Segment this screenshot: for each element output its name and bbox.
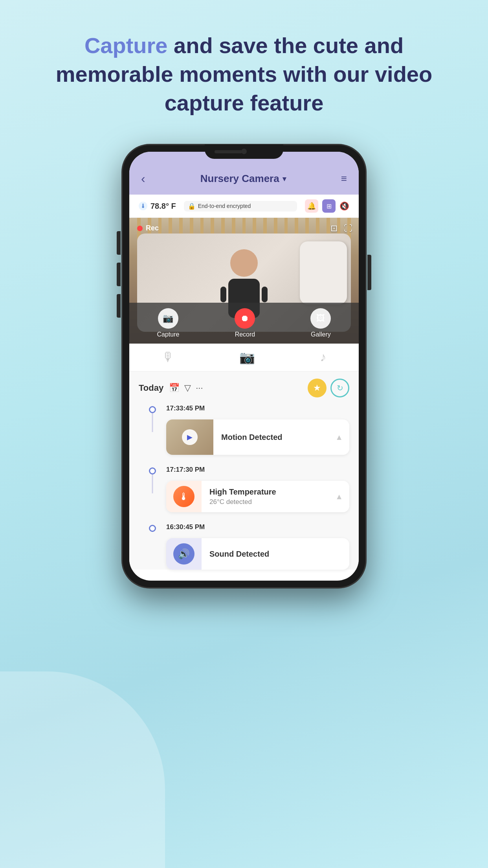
event-title-temperature: High Temperature — [209, 487, 327, 497]
event-subtitle-temperature: 26°C detected — [209, 498, 327, 506]
lock-icon: 🔒 — [188, 202, 196, 210]
event-card-sound[interactable]: 🔊 Sound Detected — [166, 538, 349, 570]
timeline-list: 17:33:45 PM ▶ Motion Detected ▲ — [139, 405, 349, 570]
tab-music[interactable]: ♪ — [320, 350, 326, 365]
camera-name-label: Nursery Camera — [200, 173, 279, 185]
record-label: Record — [235, 331, 255, 338]
chevron-down-icon[interactable]: ▾ — [283, 175, 286, 183]
timeline-dot — [149, 525, 156, 532]
baby-head — [230, 249, 258, 277]
quick-actions: ★ ↻ — [308, 379, 349, 397]
camera-overlay-controls: ⊡ ⛶ — [330, 223, 352, 234]
temperature-value: 78.8° F — [150, 202, 176, 211]
encrypted-text: End-to-end encrypted — [198, 203, 251, 209]
temperature-circle-icon: 🌡 — [173, 486, 194, 507]
front-camera — [241, 149, 247, 154]
rec-dot — [137, 226, 143, 231]
gallery-button[interactable]: 🖼 Gallery — [310, 308, 331, 338]
thermometer-icon: 🌡 — [139, 202, 147, 210]
status-icons: 🔔 ⊞ 🔇 — [305, 199, 349, 213]
phone-device: ‹ Nursery Camera ▾ ≡ 🌡 78.8° F 🔒 — [122, 145, 366, 588]
event-title-motion: Motion Detected — [221, 433, 327, 442]
gallery-icon: 🖼 — [310, 308, 331, 329]
bg-decoration — [0, 671, 165, 868]
scan-icon[interactable]: ⊡ — [330, 223, 338, 234]
play-button[interactable]: ▶ — [182, 429, 198, 445]
timeline-left-sound — [139, 523, 166, 532]
sound-card-icon-area: 🔊 — [166, 538, 202, 570]
timeline-left-temp — [139, 466, 166, 474]
timeline-item-sound: 16:30:45 PM 🔊 Sound Detected — [139, 523, 349, 570]
event-time-1: 17:33:45 PM — [166, 405, 205, 412]
capture-icon: 📷 — [158, 308, 178, 329]
event-card-temperature[interactable]: 🌡 High Temperature 26°C detected ▲ — [166, 481, 349, 512]
star-event-button[interactable]: ★ — [308, 379, 327, 397]
upload-cloud-icon-2[interactable]: ▲ — [335, 492, 349, 501]
timeline-section: Today 📅 ▽ ··· ★ ↻ — [129, 371, 359, 570]
rec-label: Rec — [146, 224, 159, 232]
event-content-sound: Sound Detected — [202, 543, 349, 565]
event-time-3: 16:30:45 PM — [166, 523, 205, 531]
sound-circle-icon: 🔊 — [173, 543, 194, 565]
event-content-motion: Motion Detected — [213, 427, 335, 448]
speaker-grille — [215, 150, 242, 153]
record-button[interactable]: ⏺ Record — [235, 308, 255, 338]
camera-feed: Rec ⊡ ⛶ 📷 Capture ⏺ — [129, 218, 359, 344]
encryption-badge: 🔒 End-to-end encrypted — [184, 201, 297, 211]
recording-indicator: Rec — [137, 224, 159, 232]
status-bar: 🌡 78.8° F 🔒 End-to-end encrypted 🔔 ⊞ 🔇 — [129, 195, 359, 218]
refresh-button[interactable]: ↻ — [330, 379, 349, 397]
tab-camera-active[interactable]: 📷 — [239, 350, 255, 365]
event-title-sound: Sound Detected — [209, 550, 341, 559]
media-tabs: 🎙 📷 ♪ — [129, 344, 359, 371]
capture-button[interactable]: 📷 Capture — [157, 308, 180, 338]
temperature-display: 🌡 78.8° F — [139, 202, 176, 211]
event-card-motion[interactable]: ▶ Motion Detected ▲ — [166, 419, 349, 455]
phone-notch — [205, 145, 283, 159]
phone-screen: ‹ Nursery Camera ▾ ≡ 🌡 78.8° F 🔒 — [129, 152, 359, 581]
phone-wrapper: ‹ Nursery Camera ▾ ≡ 🌡 78.8° F 🔒 — [0, 137, 488, 588]
timeline-left-motion — [139, 405, 166, 413]
grid-view-icon[interactable]: ⊞ — [322, 199, 336, 213]
header-highlight: Capture — [84, 33, 168, 58]
timeline-item-motion: 17:33:45 PM ▶ Motion Detected ▲ — [139, 405, 349, 455]
timeline-dot — [149, 467, 156, 474]
crib-pillow — [300, 241, 347, 304]
tab-microphone[interactable]: 🎙 — [162, 350, 174, 365]
camera-controls-bar: 📷 Capture ⏺ Record 🖼 Gallery — [129, 303, 359, 344]
alert-bell-icon[interactable]: 🔔 — [305, 199, 318, 213]
capture-label: Capture — [157, 331, 180, 338]
record-icon: ⏺ — [235, 308, 255, 329]
filter-icon[interactable]: ▽ — [184, 383, 191, 393]
camera-title: Nursery Camera ▾ — [200, 173, 286, 185]
mute-sound-icon[interactable]: 🔇 — [339, 201, 349, 211]
fullscreen-icon[interactable]: ⛶ — [344, 223, 352, 234]
back-button[interactable]: ‹ — [141, 171, 145, 186]
header-text: Capture and save the cute and memorable … — [0, 0, 488, 137]
upload-cloud-icon[interactable]: ▲ — [335, 433, 349, 442]
timeline-line — [152, 412, 153, 432]
timeline-item-temperature: 17:17:30 PM 🌡 High Temperature 26°C dete… — [139, 466, 349, 512]
today-label: Today — [139, 383, 163, 393]
event-content-temperature: High Temperature 26°C detected — [202, 481, 335, 512]
timeline-line — [152, 474, 153, 493]
gallery-label: Gallery — [311, 331, 331, 338]
event-thumbnail-motion: ▶ — [166, 419, 213, 455]
timeline-header: Today 📅 ▽ ··· ★ ↻ — [139, 371, 349, 405]
timeline-filter-actions: 📅 ▽ ··· — [169, 383, 203, 393]
more-options-icon[interactable]: ··· — [196, 383, 203, 393]
calendar-icon[interactable]: 📅 — [169, 383, 180, 393]
timeline-dot — [149, 406, 156, 413]
temperature-card-icon-area: 🌡 — [166, 481, 202, 512]
settings-icon[interactable]: ≡ — [341, 173, 347, 185]
event-time-2: 17:17:30 PM — [166, 466, 205, 474]
app-content: ‹ Nursery Camera ▾ ≡ 🌡 78.8° F 🔒 — [129, 152, 359, 570]
